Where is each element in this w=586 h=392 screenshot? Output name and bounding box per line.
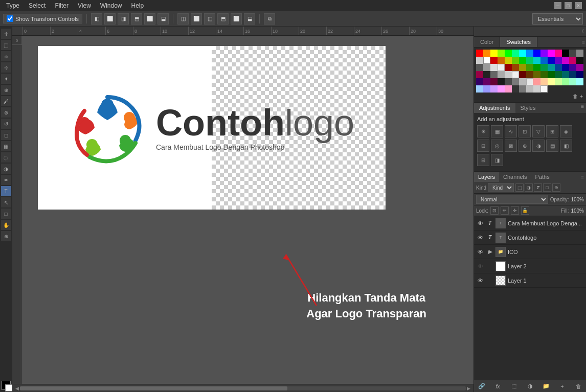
swatch[interactable] — [540, 78, 548, 85]
align-mid-btn[interactable]: ⬜ — [144, 13, 155, 25]
swatch[interactable] — [498, 85, 505, 93]
swatch[interactable] — [533, 57, 540, 64]
blend-select[interactable]: Normal — [476, 195, 548, 204]
swatch[interactable] — [476, 64, 483, 71]
eraser-tool[interactable]: ◻ — [1, 130, 11, 140]
swatch[interactable] — [569, 64, 576, 71]
align-center-btn[interactable]: ⬜ — [104, 13, 116, 25]
swatch[interactable] — [512, 64, 519, 71]
swatch[interactable] — [519, 71, 526, 78]
layer-eye-toggle[interactable]: 👁 — [476, 219, 484, 227]
scroll-right-btn[interactable]: ▶ — [466, 386, 471, 391]
maximize-btn[interactable]: □ — [565, 2, 572, 9]
adj-gradient[interactable]: ▽ — [532, 125, 545, 137]
swatch-violet[interactable] — [540, 50, 548, 57]
new-group-btn[interactable]: 📁 — [542, 382, 551, 391]
swatch[interactable] — [562, 64, 569, 71]
swatch[interactable] — [519, 64, 526, 71]
adj-selective-color[interactable]: ◨ — [491, 154, 503, 166]
align-left-btn[interactable]: ◧ — [91, 13, 102, 25]
lock-image[interactable]: ✏ — [501, 206, 509, 215]
adj-lookup[interactable]: ⊕ — [519, 140, 531, 152]
swatch[interactable] — [555, 57, 562, 64]
lasso-tool[interactable]: ⌾ — [1, 51, 11, 61]
adj-vibrance[interactable]: ◈ — [560, 125, 572, 137]
filter-smart[interactable]: ⊕ — [552, 183, 560, 192]
kind-select[interactable]: Kind — [488, 183, 514, 192]
menu-type[interactable]: Type — [2, 1, 24, 10]
adj-invert[interactable]: ◑ — [532, 140, 545, 152]
swatch[interactable] — [490, 78, 498, 85]
layer-eye-toggle[interactable]: 👁 — [476, 248, 484, 256]
swatch[interactable] — [519, 57, 526, 64]
tab-adjustments[interactable]: Adjustments — [474, 103, 515, 113]
menu-window[interactable]: Window — [96, 1, 126, 10]
adj-hue[interactable]: ⊞ — [546, 125, 558, 137]
align-right-btn[interactable]: ◨ — [118, 13, 129, 25]
horizontal-scrollbar[interactable] — [20, 386, 466, 390]
swatch[interactable] — [483, 85, 490, 93]
auto-align-btn[interactable]: ⧉ — [264, 13, 275, 25]
dist-right-btn[interactable]: ◫ — [204, 13, 215, 25]
adj-curves[interactable]: ∿ — [505, 125, 517, 137]
swatch[interactable] — [548, 71, 555, 78]
swatch-green[interactable] — [505, 50, 512, 57]
pen-tool[interactable]: ✒ — [1, 175, 11, 185]
swatch-red[interactable] — [476, 50, 483, 57]
filter-type[interactable]: T — [534, 183, 542, 192]
adj-brightness[interactable]: ☀ — [477, 125, 489, 137]
layer-item[interactable]: 👁 T T Cara Membuat Logo Denga... — [474, 216, 586, 230]
new-swatch-btn[interactable]: + — [580, 94, 583, 99]
blur-tool[interactable]: ◌ — [1, 152, 11, 163]
swatch[interactable] — [498, 57, 505, 64]
adj-exposure[interactable]: ⊡ — [519, 125, 531, 137]
swatch[interactable] — [483, 64, 490, 71]
shape-tool[interactable]: □ — [1, 209, 11, 219]
gradient-tool[interactable]: ▦ — [1, 141, 11, 151]
adj-gradient-map[interactable]: ⊟ — [477, 154, 489, 166]
brush-tool[interactable]: 🖌 — [1, 96, 11, 106]
tab-swatches[interactable]: Swatches — [500, 37, 537, 47]
add-mask-btn[interactable]: ⬚ — [509, 382, 519, 391]
swatch[interactable] — [505, 64, 512, 71]
lock-all[interactable]: 🔒 — [521, 206, 529, 215]
adj-posterize[interactable]: ▤ — [546, 140, 558, 152]
swatch[interactable] — [512, 85, 519, 93]
swatch[interactable] — [519, 85, 526, 93]
layers-panel-options[interactable]: ≡ — [579, 173, 586, 181]
swatch-blue[interactable] — [533, 50, 540, 57]
workspace-select[interactable]: Essentials — [532, 13, 583, 25]
path-select-tool[interactable]: ↖ — [1, 197, 11, 207]
swatch[interactable] — [548, 64, 555, 71]
layer-eye-toggle[interactable]: 👁 — [476, 276, 484, 285]
swatch[interactable] — [476, 78, 483, 85]
lock-transparent[interactable]: ⊡ — [490, 206, 499, 215]
swatch[interactable] — [498, 71, 505, 78]
align-top-btn[interactable]: ⬒ — [131, 13, 142, 25]
swatch[interactable] — [576, 57, 583, 64]
close-btn[interactable]: ✕ — [575, 2, 582, 9]
swatch[interactable] — [540, 64, 548, 71]
scroll-left-btn[interactable]: ◀ — [14, 386, 20, 391]
canvas-scroll-area[interactable]: 0 — [12, 36, 474, 384]
menu-filter[interactable]: Filter — [51, 1, 73, 10]
swatch[interactable] — [512, 71, 519, 78]
foreground-color[interactable] — [2, 381, 11, 390]
swatch-rose[interactable] — [555, 50, 562, 57]
minimize-btn[interactable]: ─ — [554, 2, 561, 9]
swatch-gray[interactable] — [576, 50, 583, 57]
swatch[interactable] — [562, 57, 569, 64]
tab-channels[interactable]: Channels — [499, 172, 531, 182]
move-tool[interactable]: ✛ — [1, 29, 11, 39]
swatch[interactable] — [512, 78, 519, 85]
adj-color-balance[interactable]: ⊟ — [477, 140, 489, 152]
swatch-white[interactable] — [483, 57, 490, 64]
swatch[interactable] — [548, 57, 555, 64]
adj-levels[interactable]: ▦ — [491, 125, 503, 137]
swatch[interactable] — [555, 78, 562, 85]
delete-swatch-btn[interactable]: 🗑 — [573, 94, 578, 99]
swatch[interactable] — [533, 85, 540, 93]
dist-mid-btn[interactable]: ⬜ — [231, 13, 242, 25]
collapse-icon[interactable]: 《 — [579, 28, 584, 35]
layer-item[interactable]: 👁 Layer 2 — [474, 259, 586, 273]
